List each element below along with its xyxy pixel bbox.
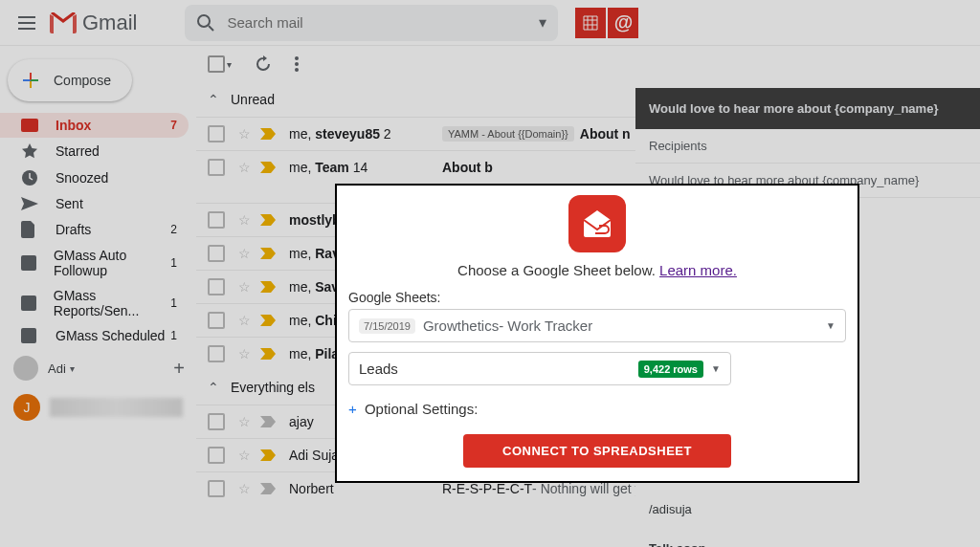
sheet-date: 7/15/2019 <box>359 318 415 334</box>
sheet-select[interactable]: 7/15/2019 Growthetics- Work Tracker ▼ <box>348 309 846 342</box>
optional-settings-toggle[interactable]: + Optional Settings: <box>348 401 846 417</box>
learn-more-link[interactable]: Learn more. <box>659 262 737 278</box>
gmass-logo <box>348 195 846 252</box>
sheets-label: Google Sheets: <box>348 290 846 305</box>
modal-prompt: Choose a Google Sheet below. <box>457 262 656 278</box>
sheet-name: Growthetics- Work Tracker <box>423 317 592 334</box>
rows-badge: 9,422 rows <box>638 361 703 378</box>
plus-icon: + <box>348 401 357 417</box>
chevron-down-icon: ▼ <box>826 320 835 331</box>
worksheet-name: Leads <box>359 361 398 377</box>
worksheet-select[interactable]: Leads 9,422 rows ▼ <box>348 352 731 385</box>
chevron-down-icon: ▼ <box>711 363 721 374</box>
connect-button[interactable]: CONNECT TO SPREADSHEET <box>463 434 731 468</box>
sheet-picker-modal: Choose a Google Sheet below. Learn more.… <box>335 184 859 483</box>
